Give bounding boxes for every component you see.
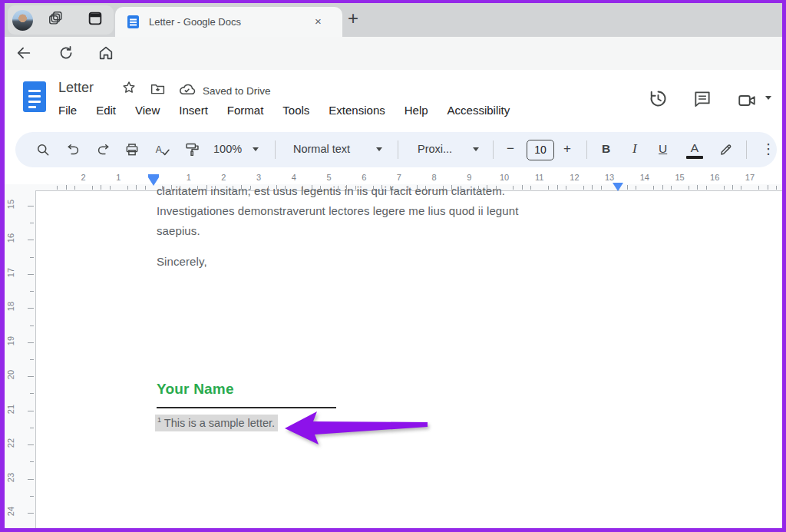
ruler-number: 10 — [500, 173, 509, 182]
ruler-number: 9 — [467, 173, 471, 182]
doc-clipped-line: claritatem insitam; est usus legentis in… — [157, 184, 505, 197]
ruler-number: 19 — [6, 333, 15, 349]
search-menus-icon[interactable] — [35, 142, 51, 157]
tab-title: Letter - Google Docs — [149, 16, 241, 28]
ruler-number: 17 — [6, 265, 15, 280]
google-docs-favicon — [127, 15, 140, 28]
saved-to-drive-icon — [178, 81, 196, 98]
more-options-button[interactable]: ⋮ — [761, 140, 775, 157]
frame-right — [782, 0, 786, 532]
doc-closing: Sincerely, — [157, 255, 207, 268]
document-page[interactable]: claritatem insitam; est usus legentis in… — [35, 190, 783, 529]
font-select[interactable]: Proxi... — [418, 143, 452, 155]
zoom-select[interactable]: 100% — [213, 143, 242, 155]
menu-edit[interactable]: Edit — [96, 104, 116, 117]
menu-accessibility[interactable]: Accessibility — [447, 104, 510, 117]
ruler-number: 24 — [6, 504, 15, 519]
zoom-caret[interactable] — [253, 147, 259, 151]
font-caret[interactable] — [473, 147, 479, 151]
back-icon[interactable] — [15, 45, 32, 61]
tab-close-icon[interactable]: × — [315, 15, 322, 28]
browser-tab-strip: Letter - Google Docs × + — [0, 0, 786, 37]
ruler-number: 3 — [256, 173, 261, 182]
ruler-number: 14 — [640, 173, 649, 182]
ruler-number: 11 — [535, 173, 543, 182]
redo-icon[interactable] — [95, 142, 111, 157]
footnote-separator-line — [157, 407, 336, 408]
italic-button[interactable]: I — [632, 141, 637, 157]
ruler-number: 2 — [221, 173, 226, 182]
ruler-number: 12 — [570, 173, 579, 182]
screenshot-stage: Letter - Google Docs × + — [0, 0, 786, 532]
ruler-number: 16 — [6, 230, 15, 246]
footnote-text: This is a sample letter. — [164, 417, 275, 429]
browser-profile-avatar[interactable] — [12, 10, 33, 31]
menu-insert[interactable]: Insert — [179, 104, 208, 117]
text-color-indicator — [686, 156, 703, 159]
ruler-number: 16 — [710, 173, 719, 182]
undo-icon[interactable] — [66, 142, 81, 157]
ruler-number: 7 — [397, 173, 401, 182]
first-line-indent-marker[interactable] — [148, 177, 159, 186]
text-color-button[interactable]: A — [688, 141, 702, 155]
font-size-input[interactable]: 10 — [527, 140, 554, 160]
workspaces-icon[interactable] — [48, 10, 64, 27]
document-title[interactable]: Letter — [58, 80, 94, 96]
ruler-number: 5 — [326, 173, 331, 182]
bold-button[interactable]: B — [602, 142, 610, 156]
saved-to-drive-label: Saved to Drive — [203, 85, 271, 97]
svg-text:A: A — [156, 144, 163, 155]
ruler-number: 17 — [745, 173, 755, 182]
decrease-font-size-button[interactable]: − — [507, 141, 514, 157]
home-icon[interactable] — [97, 45, 114, 61]
increase-font-size-button[interactable]: + — [563, 141, 571, 157]
docs-toolbar: A 100% Normal text Proxi... − 10 + B I U… — [15, 132, 777, 167]
ruler-number: 15 — [675, 173, 684, 182]
signature-name: Your Name — [157, 381, 234, 398]
underline-button[interactable]: U — [659, 142, 667, 156]
highlight-color-icon[interactable] — [718, 141, 735, 157]
browser-nav-row: https://docs.google.com/document/d/1h8KO… — [0, 37, 786, 71]
menu-format[interactable]: Format — [227, 104, 264, 117]
meet-video-icon[interactable] — [737, 91, 757, 111]
ruler-number: 23 — [6, 470, 15, 485]
ruler-number: 4 — [292, 173, 296, 182]
move-to-folder-icon[interactable] — [150, 81, 166, 97]
document-viewport: claritatem insitam; est usus legentis in… — [0, 170, 786, 528]
print-icon[interactable] — [124, 142, 140, 157]
menu-tools[interactable]: Tools — [282, 104, 309, 117]
ruler-number: 22 — [6, 435, 15, 451]
docs-menu-bar: FileEditViewInsertFormatToolsExtensionsH… — [58, 104, 510, 117]
ruler-number: 20 — [6, 367, 15, 382]
browser-tab[interactable]: Letter - Google Docs × — [115, 7, 342, 37]
footnote-line[interactable]: 1 This is a sample letter. — [155, 416, 278, 429]
ruler-number: 8 — [432, 173, 437, 182]
menu-view[interactable]: View — [135, 104, 160, 117]
tab-actions-icon[interactable] — [87, 10, 104, 27]
version-history-icon[interactable] — [648, 88, 669, 109]
ruler-number: 1 — [116, 173, 121, 182]
menu-extensions[interactable]: Extensions — [329, 104, 385, 117]
star-document-icon[interactable] — [121, 80, 137, 95]
refresh-icon[interactable] — [58, 45, 74, 61]
footnote-highlight: 1 This is a sample letter. — [155, 415, 278, 431]
paint-format-icon[interactable] — [184, 141, 200, 157]
ruler-number: 15 — [6, 197, 15, 212]
paragraph-style-select[interactable]: Normal text — [293, 143, 350, 155]
ruler-number: 2 — [81, 173, 86, 182]
menu-file[interactable]: File — [58, 104, 77, 117]
google-docs-logo[interactable] — [23, 81, 46, 112]
ruler-number: 1 — [187, 173, 191, 182]
right-indent-marker[interactable] — [613, 183, 623, 191]
meet-dropdown-caret[interactable] — [765, 96, 771, 100]
ruler-number: 18 — [6, 299, 15, 314]
frame-top — [0, 0, 786, 3]
comments-icon[interactable] — [692, 89, 712, 109]
new-tab-button[interactable]: + — [348, 9, 358, 28]
ruler-number: 6 — [362, 173, 366, 182]
frame-left — [0, 0, 5, 532]
style-caret[interactable] — [376, 147, 382, 151]
menu-help[interactable]: Help — [405, 104, 428, 117]
frame-bottom — [0, 528, 786, 532]
spellcheck-icon[interactable]: A — [154, 142, 170, 158]
